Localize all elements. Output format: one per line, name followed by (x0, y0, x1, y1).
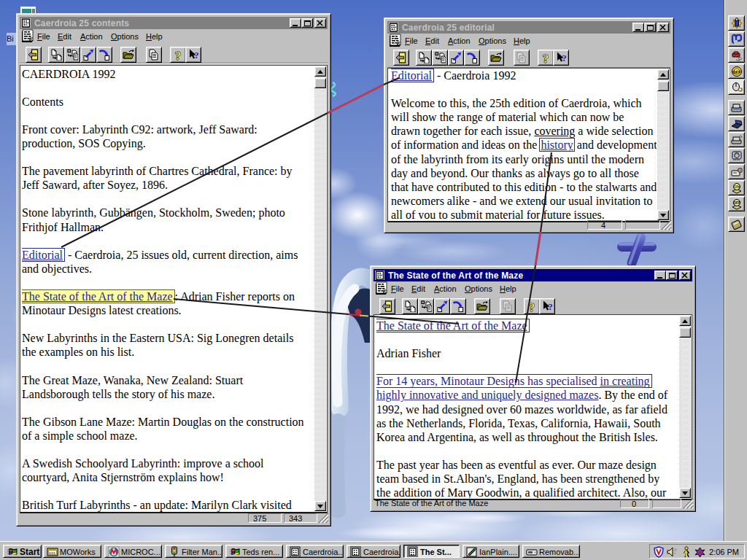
svg-text:OFF: OFF (732, 70, 741, 74)
svg-text:?: ? (175, 49, 182, 61)
svg-text:?: ? (548, 301, 553, 312)
svg-text:?: ? (529, 300, 535, 312)
svg-text:ON: ON (734, 184, 740, 189)
svg-text:OFF: OFF (733, 201, 740, 205)
svg-text:?: ? (562, 52, 567, 63)
svg-text:?: ? (543, 52, 549, 63)
svg-text:?: ? (194, 50, 199, 61)
